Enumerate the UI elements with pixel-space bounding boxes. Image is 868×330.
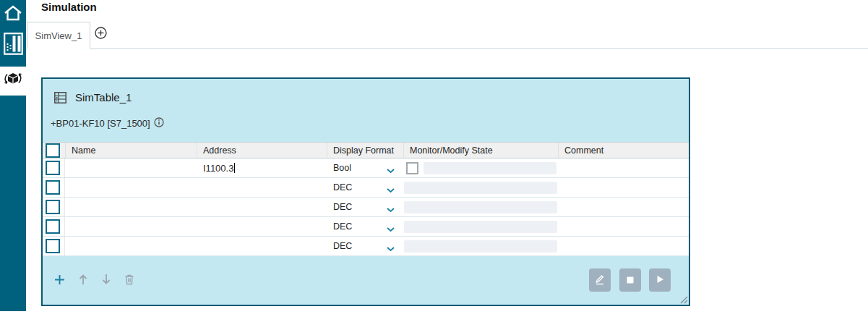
simtable-window: SimTable_1 +BP01-KF10 [S7_1500] Name Add…: [41, 77, 690, 306]
sim-views-icon: [4, 33, 23, 58]
modify-value-field[interactable]: [404, 240, 557, 253]
chevron-down-icon: [387, 244, 395, 254]
address-cell[interactable]: [197, 198, 327, 216]
add-tab-icon: [95, 27, 107, 42]
tab-simview-1[interactable]: SimView_1: [27, 22, 90, 48]
add-row-button[interactable]: [51, 273, 67, 289]
display-format-select[interactable]: DEC: [327, 217, 403, 236]
cube-3d-icon: [1, 68, 25, 94]
table-header: Name Address Display Format Monitor/Modi…: [43, 142, 689, 158]
row-select-cell: [43, 217, 65, 236]
add-tab-button[interactable]: [95, 28, 107, 41]
simtable-device: +BP01-KF10 [S7_1500]: [51, 117, 164, 130]
delete-row-button[interactable]: [121, 273, 137, 289]
table-row: DEC: [43, 217, 689, 237]
header-display-format: Display Format: [327, 143, 403, 158]
text-caret: [234, 163, 235, 173]
comment-cell[interactable]: [558, 158, 689, 177]
address-cell[interactable]: [197, 237, 327, 255]
trash-icon: [124, 274, 134, 288]
select-all-checkbox[interactable]: [46, 143, 60, 158]
row-select-checkbox[interactable]: [46, 219, 60, 234]
row-select-cell: [43, 198, 65, 216]
comment-cell[interactable]: [558, 178, 689, 197]
info-icon[interactable]: [154, 117, 164, 130]
modify-button[interactable]: [589, 268, 611, 292]
table-row: DEC: [43, 178, 689, 198]
header-select-cell: [43, 143, 65, 158]
header-address: Address: [197, 143, 327, 158]
modify-value-field[interactable]: [404, 182, 557, 194]
bit-value-checkbox[interactable]: [406, 162, 418, 174]
monitor-modify-cell: [403, 178, 558, 197]
move-row-down-button[interactable]: [98, 273, 114, 289]
tabbar-divider: [90, 48, 868, 49]
stop-button[interactable]: [619, 268, 641, 292]
resize-grip[interactable]: [678, 294, 688, 304]
sidebar: [0, 0, 26, 311]
address-cell[interactable]: [197, 217, 327, 236]
simtable-title: SimTable_1: [75, 91, 132, 103]
display-format-select[interactable]: Bool: [327, 158, 403, 177]
arrow-down-icon: [101, 274, 111, 288]
simtable-icon: [54, 92, 66, 106]
display-format-select[interactable]: DEC: [327, 237, 403, 255]
chevron-down-icon: [387, 185, 395, 195]
edit-pencil-icon: [594, 273, 606, 287]
display-format-value: DEC: [333, 202, 352, 212]
row-select-cell: [43, 237, 65, 255]
row-select-cell: [43, 178, 65, 197]
display-format-value: DEC: [333, 241, 352, 251]
name-cell[interactable]: [65, 217, 197, 236]
plus-icon: [54, 274, 65, 288]
name-cell[interactable]: [65, 198, 197, 216]
tab-label: SimView_1: [35, 30, 82, 41]
table-row: DEC: [43, 237, 689, 256]
table-row: DEC: [43, 198, 689, 217]
table-row: I1100.3 Bool: [43, 158, 689, 178]
header-comment: Comment: [558, 143, 689, 158]
arrow-up-icon: [78, 274, 88, 288]
sidebar-item-sim-views[interactable]: [0, 30, 26, 59]
row-select-checkbox[interactable]: [46, 200, 60, 214]
row-select-checkbox[interactable]: [46, 180, 60, 195]
sidebar-item-home[interactable]: [0, 0, 26, 29]
play-button[interactable]: [649, 268, 671, 292]
monitor-modify-cell: [403, 237, 558, 255]
monitor-modify-cell: [403, 158, 558, 177]
device-label: +BP01-KF10 [S7_1500]: [51, 118, 150, 129]
page-title: Simulation: [41, 1, 97, 13]
address-cell[interactable]: [197, 178, 327, 197]
display-format-value: DEC: [333, 221, 352, 232]
address-value: I1100.3: [203, 163, 233, 174]
header-monitor-modify: Monitor/Modify State: [403, 143, 558, 158]
name-cell[interactable]: [65, 158, 197, 177]
header-name: Name: [65, 143, 197, 158]
modify-value-field[interactable]: [404, 221, 557, 233]
comment-cell[interactable]: [558, 237, 689, 255]
display-format-select[interactable]: DEC: [327, 198, 403, 216]
display-format-value: Bool: [333, 163, 351, 173]
chevron-down-icon: [387, 166, 395, 176]
monitor-modify-cell: [403, 217, 558, 236]
address-cell[interactable]: I1100.3: [197, 158, 327, 177]
chevron-down-icon: [387, 205, 395, 215]
row-select-checkbox[interactable]: [46, 161, 60, 175]
name-cell[interactable]: [65, 178, 197, 197]
modify-value-field[interactable]: [404, 201, 557, 213]
modify-value-field[interactable]: [424, 162, 557, 174]
row-select-cell: [43, 158, 65, 177]
chevron-down-icon: [387, 224, 395, 234]
display-format-value: DEC: [333, 182, 352, 192]
row-select-checkbox[interactable]: [46, 239, 60, 253]
stop-icon: [627, 275, 634, 286]
comment-cell[interactable]: [558, 198, 689, 216]
name-cell[interactable]: [65, 237, 197, 255]
home-icon: [4, 4, 22, 25]
play-icon: [656, 275, 664, 286]
comment-cell[interactable]: [558, 217, 689, 236]
sidebar-item-3d-view[interactable]: [0, 67, 26, 96]
monitor-modify-cell: [403, 198, 558, 216]
move-row-up-button[interactable]: [75, 273, 91, 289]
display-format-select[interactable]: DEC: [327, 178, 403, 197]
